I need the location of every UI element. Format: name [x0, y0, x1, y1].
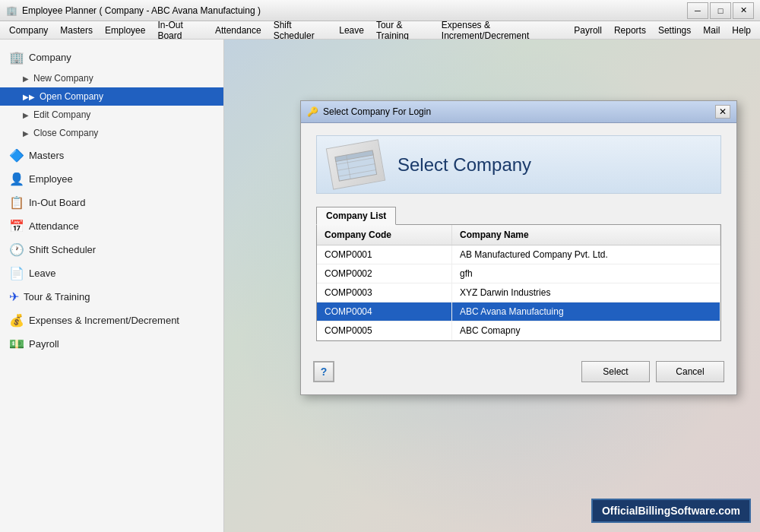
company-list-tab[interactable]: Company List: [316, 207, 396, 225]
attendance-icon: 📅: [9, 219, 24, 233]
sidebar-item-company[interactable]: 🏢 Company: [0, 46, 223, 69]
shift-icon: 🕐: [9, 242, 24, 257]
company-icon: 🏢: [9, 50, 24, 65]
inout-label: In-Out Board: [29, 197, 85, 208]
attendance-label: Attendance: [29, 220, 79, 232]
cell-code: COMP0001: [317, 245, 452, 264]
dialog-logo: [326, 139, 385, 189]
company-table-body: COMP0001 AB Manufactured Company Pvt. Lt…: [317, 245, 720, 340]
sidebar-item-open-company[interactable]: ▶▶ Open Company: [0, 87, 223, 106]
tour-label: Tour & Training: [24, 291, 90, 302]
help-button[interactable]: ?: [313, 361, 334, 382]
company-table-wrapper: Company Code Company Name COMP0001 AB Ma…: [316, 224, 721, 341]
table-row[interactable]: COMP0003 XYZ Darwin Industries: [317, 283, 720, 302]
expenses-label: Expenses & Increment/Decrement: [29, 315, 179, 326]
sidebar-company-label: Company: [29, 52, 71, 63]
menu-masters[interactable]: Masters: [54, 23, 99, 38]
leave-icon: 📄: [9, 266, 24, 280]
dialog-titlebar: 🔑 Select Company For Login ✕: [301, 101, 736, 123]
dialog-close-button[interactable]: ✕: [715, 105, 730, 119]
select-button[interactable]: Select: [581, 361, 650, 382]
expenses-icon: 💰: [9, 313, 24, 328]
dialog-title-text: Select Company: [397, 154, 531, 176]
shift-label: Shift Scheduler: [29, 244, 96, 255]
app-title: Employee Planner ( Company - ABC Avana M…: [22, 5, 261, 16]
close-company-label: Close Company: [33, 128, 98, 138]
titlebar-controls: ─ □ ✕: [687, 2, 754, 19]
col-code: Company Code: [317, 225, 452, 245]
menu-payroll[interactable]: Payroll: [568, 23, 608, 38]
cell-code: COMP0002: [317, 264, 452, 283]
dialog-icon: 🔑: [307, 106, 318, 117]
sidebar-item-close-company[interactable]: ▶ Close Company: [0, 124, 223, 142]
inout-icon: 📋: [9, 195, 24, 210]
cell-name: AB Manufactured Company Pvt. Ltd.: [452, 245, 720, 264]
masters-icon: 🔷: [9, 148, 24, 163]
col-name: Company Name: [452, 225, 720, 245]
cancel-button[interactable]: Cancel: [656, 361, 724, 382]
main-layout: 🏢 Company ▶ New Company ▶▶ Open Company …: [0, 40, 760, 532]
arrow-icon-2: ▶▶: [23, 93, 35, 101]
titlebar-left: 🏢 Employee Planner ( Company - ABC Avana…: [6, 5, 261, 16]
dialog-title: Select Company For Login: [323, 106, 431, 117]
sidebar-item-payroll[interactable]: 💵 Payroll: [0, 332, 223, 356]
payroll-icon: 💵: [9, 337, 24, 351]
menu-mail[interactable]: Mail: [697, 23, 726, 38]
app-icon: 🏢: [6, 5, 17, 16]
table-row[interactable]: COMP0004 ABC Avana Manufactuing: [317, 302, 720, 321]
sidebar-item-new-company[interactable]: ▶ New Company: [0, 69, 223, 87]
menu-employee[interactable]: Employee: [99, 23, 151, 38]
minimize-button[interactable]: ─: [687, 2, 708, 19]
menu-company[interactable]: Company: [3, 23, 54, 38]
table-header-row: Company Code Company Name: [317, 225, 720, 245]
menu-leave[interactable]: Leave: [333, 23, 370, 38]
dialog-titlebar-left: 🔑 Select Company For Login: [307, 106, 431, 117]
sidebar-item-tour[interactable]: ✈ Tour & Training: [0, 285, 223, 309]
open-company-label: Open Company: [40, 91, 103, 102]
dialog-content: Select Company Company List Company Code: [301, 123, 736, 353]
dialog-header: Select Company: [316, 135, 721, 194]
masters-label: Masters: [29, 150, 64, 161]
table-row[interactable]: COMP0005 ABC Comapny: [317, 321, 720, 340]
cell-code: COMP0005: [317, 321, 452, 340]
sidebar-section-company: 🏢 Company ▶ New Company ▶▶ Open Company …: [0, 46, 223, 142]
table-row[interactable]: COMP0002 gfh: [317, 264, 720, 283]
arrow-icon: ▶: [23, 74, 29, 83]
edit-company-label: Edit Company: [33, 109, 90, 120]
close-button[interactable]: ✕: [733, 2, 754, 19]
company-table: Company Code Company Name COMP0001 AB Ma…: [317, 225, 720, 340]
menu-help[interactable]: Help: [726, 23, 757, 38]
branding: OfficialBillingSoftware.com: [591, 499, 751, 523]
sidebar-item-inout[interactable]: 📋 In-Out Board: [0, 191, 223, 214]
sidebar-item-masters[interactable]: 🔷 Masters: [0, 144, 223, 167]
sidebar-item-expenses[interactable]: 💰 Expenses & Increment/Decrement: [0, 309, 223, 332]
sidebar-item-employee[interactable]: 👤 Employee: [0, 167, 223, 191]
sidebar-item-shift[interactable]: 🕐 Shift Scheduler: [0, 238, 223, 261]
new-company-label: New Company: [33, 73, 93, 84]
cell-name: ABC Avana Manufactuing: [452, 302, 720, 321]
dialog-buttons: Select Cancel: [581, 361, 724, 382]
arrow-icon-4: ▶: [23, 129, 29, 138]
employee-label: Employee: [29, 173, 73, 185]
sidebar: 🏢 Company ▶ New Company ▶▶ Open Company …: [0, 40, 224, 532]
employee-icon: 👤: [9, 172, 24, 186]
payroll-label: Payroll: [29, 338, 59, 350]
cell-code: COMP0003: [317, 283, 452, 302]
sidebar-item-edit-company[interactable]: ▶ Edit Company: [0, 106, 223, 124]
sidebar-item-leave[interactable]: 📄 Leave: [0, 261, 223, 285]
sidebar-item-attendance[interactable]: 📅 Attendance: [0, 214, 223, 238]
menu-reports[interactable]: Reports: [608, 23, 652, 38]
menu-attendance[interactable]: Attendance: [209, 23, 268, 38]
tour-icon: ✈: [9, 290, 19, 304]
menu-settings[interactable]: Settings: [652, 23, 697, 38]
cell-name: ABC Comapny: [452, 321, 720, 340]
modal-overlay: 🔑 Select Company For Login ✕: [224, 40, 760, 532]
dialog-footer: ? Select Cancel: [301, 353, 736, 394]
maximize-button[interactable]: □: [710, 2, 731, 19]
menubar: Company Masters Employee In-Out Board At…: [0, 21, 760, 40]
cell-name: gfh: [452, 264, 720, 283]
cell-name: XYZ Darwin Industries: [452, 283, 720, 302]
arrow-icon-3: ▶: [23, 111, 29, 119]
cell-code: COMP0004: [317, 302, 452, 321]
table-row[interactable]: COMP0001 AB Manufactured Company Pvt. Lt…: [317, 245, 720, 264]
